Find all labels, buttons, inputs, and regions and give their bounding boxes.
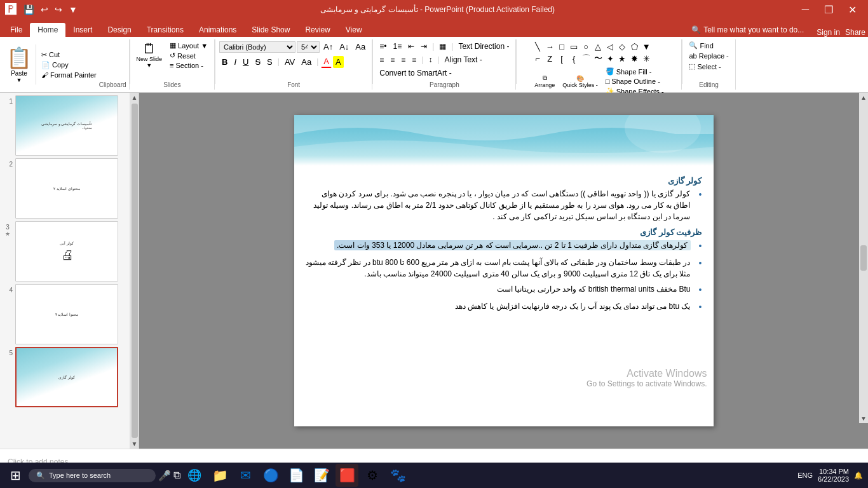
shape-brace[interactable]: { [568,53,580,64]
select-button[interactable]: ⬚ Select - [686,62,731,71]
shape-bracket[interactable]: [ [556,53,567,64]
tab-slideshow[interactable]: Slide Show [244,23,297,37]
signin-link[interactable]: Sign in [817,28,840,37]
tab-review[interactable]: Review [297,23,337,37]
taskbar-app-misc[interactable]: 🐾 [386,464,409,487]
italic-button[interactable]: I [231,56,239,68]
format-painter-button[interactable]: 🖌 Format Painter [39,71,99,79]
shape-rtri[interactable]: ◁ [604,41,616,52]
shape-diamond[interactable]: ◇ [616,41,628,52]
start-button[interactable]: ⊞ [5,465,26,485]
save-icon[interactable]: 💾 [22,3,36,16]
new-slide-button[interactable]: 🗒 New Slide ▼ [134,41,165,70]
shape-triangle[interactable]: △ [592,41,604,52]
quick-styles-button[interactable]: 🎨 Quick Styles - [560,74,600,90]
arrange-button[interactable]: ⧉ Arrange [532,73,557,90]
cortana-button[interactable]: 🎤 [158,470,171,482]
taskbar-app-powerpoint[interactable]: 🟥 [336,464,358,487]
tab-insert[interactable]: Insert [65,23,100,37]
slide-preview-1[interactable]: تأسیسات گرمایشی و سرمایشیمحتوا... [15,95,118,156]
cut-button[interactable]: ✂ Cut [39,50,99,60]
font-color-button[interactable]: A [321,55,332,68]
slide-thumb-3[interactable]: 3★ کولر آبی🖨 [3,221,127,281]
shadow-button[interactable]: S [264,56,275,68]
taskbar-app-settings[interactable]: ⚙ [361,464,384,487]
shape-oval[interactable]: ○ [580,41,592,52]
convert-smartart-button[interactable]: Convert to SmartArt - [377,67,454,79]
shape-pentagon[interactable]: ⬠ [628,41,640,52]
bullets-button[interactable]: ≡• [377,41,389,52]
taskbar-app-edge[interactable]: 🌐 [183,464,206,487]
font-name-select[interactable]: Calibri (Body) [219,41,295,53]
panel-scroll-thumb[interactable] [132,104,138,438]
taskbar-search[interactable]: 🔍 Type here to search [29,469,156,482]
taskbar-app-explorer[interactable]: 📁 [208,464,231,487]
highlight-color-button[interactable]: A [333,56,344,68]
tell-me-bar[interactable]: 🔍 Tell me what you want to do... [684,23,811,37]
paste-button[interactable]: 📋 Paste ▼ [3,44,36,85]
slide-thumb-4[interactable]: 4 محتوا اسلاید ۴ [3,284,127,344]
decrease-font-button[interactable]: A↓ [337,41,351,53]
bold-button[interactable]: B [219,56,230,68]
shape-line[interactable]: ╲ [532,41,543,52]
slide-thumb-2[interactable]: 2 محتوای اسلاید ۲ [3,158,127,219]
content-scroll-up[interactable]: ▲ [859,93,868,102]
justify-button[interactable]: ≡ [409,54,419,65]
shape-star5[interactable]: ★ [616,53,628,64]
text-direction-button[interactable]: Text Direction - [456,41,512,52]
slide-content-area[interactable]: کولر گازی • کولر گازی یا (( واحد تهویه ا… [139,93,868,449]
increase-indent-button[interactable]: ⇥ [418,41,430,52]
slide-preview-3[interactable]: کولر آبی🖨 [15,221,118,281]
customize-icon[interactable]: ▼ [67,3,79,16]
share-button[interactable]: Share [845,28,865,37]
align-center-button[interactable]: ≡ [388,54,397,65]
strikethrough-button[interactable]: S [252,56,263,68]
align-text-button[interactable]: Align Text - [442,54,485,65]
clear-format-button[interactable]: Aa [353,41,368,53]
shape-l[interactable]: ⌐ [532,53,543,64]
section-button[interactable]: ≡ Section - [167,61,210,70]
content-scroll-thumb[interactable] [860,245,867,271]
undo-icon[interactable]: ↩ [39,3,50,16]
slide-preview-5[interactable]: کولر گازی [15,347,118,407]
slide-thumb-1[interactable]: 1 تأسیسات گرمایشی و سرمایشیمحتوا... [3,95,127,156]
layout-button[interactable]: ▦ Layout ▼ [167,41,210,50]
shape-more[interactable]: ▼ [641,41,652,52]
shape-fill-button[interactable]: 🪣 Shape Fill - [603,67,667,76]
tab-transitions[interactable]: Transitions [139,23,191,37]
shape-star8[interactable]: ✸ [628,53,640,64]
decrease-indent-button[interactable]: ⇤ [405,41,417,52]
line-spacing-button[interactable]: ↕ [426,54,435,65]
notification-icon[interactable]: 🔔 [854,471,863,480]
panel-scroll-down[interactable]: ▼ [130,439,139,449]
slide-preview-2[interactable]: محتوای اسلاید ۲ [15,158,118,219]
char-spacing-button[interactable]: AV [282,56,297,68]
taskbar-app-mail[interactable]: ✉ [234,464,257,487]
tab-file[interactable]: File [3,23,30,37]
tab-view[interactable]: View [338,23,370,37]
slide-preview-4[interactable]: محتوا اسلاید ۴ [15,284,118,344]
align-right-button[interactable]: ≡ [398,54,408,65]
reset-button[interactable]: ↺ Reset [167,51,210,60]
restore-button[interactable]: ❐ [818,3,839,17]
content-scrollbar[interactable]: ▲ ▼ [859,93,868,423]
redo-icon[interactable]: ↪ [53,3,64,16]
content-scroll-down[interactable]: ▼ [859,414,868,423]
replace-button[interactable]: ab Replace - [686,51,731,60]
tab-design[interactable]: Design [100,23,139,37]
close-button[interactable]: ✕ [842,3,863,17]
task-view-button[interactable]: ⧉ [173,470,180,481]
shape-outline-button[interactable]: □ Shape Outline - [603,77,667,86]
font-size-select[interactable]: 54 [297,41,320,53]
column-button[interactable]: ▦ [437,41,449,52]
taskbar-app-bluetooth[interactable]: 🔵 [259,464,282,487]
font-case-button[interactable]: Aa [299,56,314,68]
underline-button[interactable]: U [240,56,251,68]
minimize-button[interactable]: ─ [796,3,815,17]
shape-arc[interactable]: ⌒ [580,53,592,64]
find-button[interactable]: 🔍 Find [686,41,731,50]
shape-rounded-rect[interactable]: ▭ [568,41,580,52]
taskbar-app-word[interactable]: 📝 [310,464,333,487]
shape-z[interactable]: Z [544,53,555,64]
shape-rect[interactable]: □ [556,41,567,52]
